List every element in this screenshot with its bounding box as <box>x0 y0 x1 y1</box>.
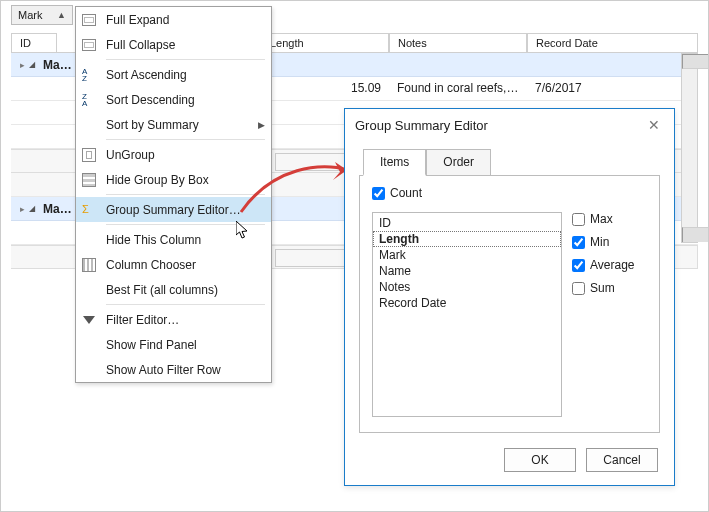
min-checkbox[interactable]: Min <box>572 235 634 249</box>
cell-id <box>11 77 71 100</box>
tab-order[interactable]: Order <box>426 149 491 176</box>
cell-notes: Found in coral reefs, r… <box>389 77 527 100</box>
empty-icon <box>80 116 98 134</box>
menu-column-chooser[interactable]: Column Chooser <box>76 252 271 277</box>
fields-listbox[interactable]: ID Length Mark Name Notes Record Date <box>372 212 562 417</box>
menu-label: Sort Descending <box>106 93 265 107</box>
menu-full-expand[interactable]: Full Expand <box>76 7 271 32</box>
empty-icon <box>80 336 98 354</box>
groupbox-icon <box>80 171 98 189</box>
menu-label: Full Collapse <box>106 38 265 52</box>
list-item[interactable]: ID <box>373 215 561 231</box>
column-header-id[interactable]: ID <box>11 33 57 52</box>
vertical-scrollbar[interactable]: ▴ ▾ <box>681 53 698 243</box>
group-by-chip[interactable]: Mark ▲ <box>11 5 73 25</box>
list-item[interactable]: Mark <box>373 247 561 263</box>
expand-icon[interactable]: ▸ <box>15 204 29 214</box>
group-caption: Ma… <box>43 202 72 216</box>
menu-show-auto-filter-row[interactable]: Show Auto Filter Row <box>76 357 271 382</box>
list-item[interactable]: Name <box>373 263 561 279</box>
filter-icon <box>80 311 98 329</box>
caret-down-icon: ◢ <box>29 60 39 69</box>
menu-sort-by-summary[interactable]: Sort by Summary▶ <box>76 112 271 137</box>
menu-label: Column Chooser <box>106 258 265 272</box>
menu-sort-descending[interactable]: Sort Descending <box>76 87 271 112</box>
menu-label: Filter Editor… <box>106 313 265 327</box>
menu-filter-editor[interactable]: Filter Editor… <box>76 307 271 332</box>
dialog-title: Group Summary Editor <box>355 118 488 133</box>
tab-items[interactable]: Items <box>363 149 426 176</box>
column-chooser-icon <box>80 256 98 274</box>
dialog-buttons: OK Cancel <box>345 434 674 472</box>
count-checkbox-input[interactable] <box>372 187 385 200</box>
chevron-right-icon: ▶ <box>258 120 265 130</box>
menu-full-collapse[interactable]: Full Collapse <box>76 32 271 57</box>
menu-separator <box>106 59 265 60</box>
empty-icon <box>80 281 98 299</box>
scroll-down-icon[interactable]: ▾ <box>682 227 709 242</box>
group-by-field: Mark <box>18 9 42 21</box>
mouse-cursor-icon <box>236 221 250 239</box>
menu-label: Best Fit (all columns) <box>106 283 265 297</box>
sort-ascending-icon <box>80 66 98 84</box>
min-checkbox-input[interactable] <box>572 236 585 249</box>
dialog-tabs: Items Order <box>363 149 674 176</box>
empty-icon <box>80 361 98 379</box>
count-checkbox[interactable]: Count <box>372 186 647 200</box>
menu-label: Sort by Summary <box>106 118 258 132</box>
max-checkbox[interactable]: Max <box>572 212 634 226</box>
empty-icon <box>80 231 98 249</box>
column-header-record-date[interactable]: Record Date <box>527 33 698 52</box>
menu-label: Full Expand <box>106 13 265 27</box>
sum-checkbox[interactable]: Sum <box>572 281 634 295</box>
full-collapse-icon <box>80 36 98 54</box>
agg-label: Min <box>590 235 609 249</box>
aggregate-options: Max Min Average Sum <box>572 212 634 304</box>
menu-separator <box>106 304 265 305</box>
cell-record-date: 7/6/2017 <box>527 77 698 100</box>
sigma-icon <box>80 201 98 219</box>
close-icon[interactable]: ✕ <box>644 117 664 133</box>
column-header-notes[interactable]: Notes <box>389 33 527 52</box>
menu-sort-ascending[interactable]: Sort Ascending <box>76 62 271 87</box>
scroll-up-icon[interactable]: ▴ <box>682 54 709 69</box>
list-item[interactable]: Length <box>373 231 561 247</box>
menu-show-find-panel[interactable]: Show Find Panel <box>76 332 271 357</box>
dialog-titlebar[interactable]: Group Summary Editor ✕ <box>345 109 674 141</box>
list-item[interactable]: Record Date <box>373 295 561 311</box>
full-expand-icon <box>80 11 98 29</box>
caret-down-icon: ◢ <box>29 204 39 213</box>
menu-label: Show Find Panel <box>106 338 265 352</box>
cancel-button[interactable]: Cancel <box>586 448 658 472</box>
ungroup-icon <box>80 146 98 164</box>
menu-best-fit[interactable]: Best Fit (all columns) <box>76 277 271 302</box>
group-caption: Ma… <box>43 58 72 72</box>
agg-label: Sum <box>590 281 615 295</box>
sum-checkbox-input[interactable] <box>572 282 585 295</box>
dialog-body: Count ID Length Mark Name Notes Record D… <box>359 175 660 433</box>
agg-label: Average <box>590 258 634 272</box>
expand-icon[interactable]: ▸ <box>15 60 29 70</box>
list-item[interactable]: Notes <box>373 279 561 295</box>
sort-descending-icon <box>80 91 98 109</box>
menu-label: Show Auto Filter Row <box>106 363 265 377</box>
agg-label: Max <box>590 212 613 226</box>
menu-separator <box>106 139 265 140</box>
average-checkbox-input[interactable] <box>572 259 585 272</box>
sort-up-icon: ▲ <box>57 10 66 20</box>
average-checkbox[interactable]: Average <box>572 258 634 272</box>
ok-button[interactable]: OK <box>504 448 576 472</box>
count-label: Count <box>390 186 422 200</box>
cell-length: 15.09 <box>261 77 389 100</box>
max-checkbox-input[interactable] <box>572 213 585 226</box>
menu-label: Sort Ascending <box>106 68 265 82</box>
column-header-length[interactable]: Length <box>261 33 389 52</box>
group-summary-editor-dialog: Group Summary Editor ✕ Items Order Count… <box>344 108 675 486</box>
